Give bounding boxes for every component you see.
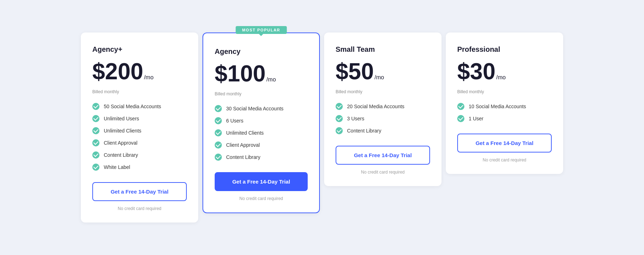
check-icon (215, 129, 222, 136)
plan-name-agency-plus: Agency+ (92, 45, 187, 54)
check-icon (336, 115, 343, 122)
plan-wrapper-agency-plus: Agency+$200/moBilled monthly50 Social Me… (79, 32, 200, 222)
plan-card-agency: Agency$100/moBilled monthly30 Social Med… (203, 32, 320, 213)
plan-card-professional: Professional$30/moBilled monthly10 Socia… (446, 32, 563, 174)
feature-text: 1 User (469, 116, 483, 121)
check-icon (215, 141, 222, 149)
price-period-agency-plus: /mo (144, 74, 153, 81)
plan-price-agency-plus: $200/mo (92, 60, 187, 83)
cta-button-small-team[interactable]: Get a Free 14-Day Trial (336, 146, 430, 165)
billed-note-small-team: Billed monthly (336, 89, 430, 94)
check-icon (215, 105, 222, 112)
list-item: Unlimited Clients (92, 127, 187, 134)
list-item: Unlimited Clients (215, 129, 308, 136)
check-icon (92, 139, 99, 146)
feature-text: Client Approval (226, 142, 260, 148)
billed-note-professional: Billed monthly (457, 89, 552, 94)
list-item: 1 User (457, 115, 552, 122)
most-popular-badge: MOST POPULAR (236, 26, 287, 34)
list-item: 50 Social Media Accounts (92, 103, 187, 110)
feature-text: Content Library (226, 154, 260, 160)
check-icon (336, 103, 343, 110)
check-icon (215, 154, 222, 161)
feature-text: 10 Social Media Accounts (469, 104, 526, 109)
price-amount-professional: $30 (457, 60, 496, 83)
list-item: 20 Social Media Accounts (336, 103, 430, 110)
no-cc-text-agency: No credit card required (215, 196, 308, 201)
check-icon (215, 117, 222, 124)
list-item: 30 Social Media Accounts (215, 105, 308, 112)
check-icon (336, 127, 343, 134)
plan-name-agency: Agency (215, 48, 308, 56)
feature-text: 3 Users (347, 116, 364, 121)
list-item: 3 Users (336, 115, 430, 122)
cta-button-professional[interactable]: Get a Free 14-Day Trial (457, 134, 552, 152)
billed-note-agency: Billed monthly (215, 91, 308, 96)
plan-price-professional: $30/mo (457, 60, 552, 83)
plan-card-agency-plus: Agency+$200/moBilled monthly50 Social Me… (81, 32, 198, 222)
check-icon (457, 115, 464, 122)
list-item: White Label (92, 164, 187, 171)
check-icon (92, 127, 99, 134)
plan-wrapper-small-team: Small Team$50/moBilled monthly20 Social … (322, 32, 444, 186)
feature-text: Content Library (347, 128, 381, 134)
features-list-professional: 10 Social Media Accounts1 User (457, 103, 552, 122)
check-icon (92, 164, 99, 171)
list-item: Content Library (92, 151, 187, 159)
feature-text: 20 Social Media Accounts (347, 104, 404, 109)
billed-note-agency-plus: Billed monthly (92, 89, 187, 94)
feature-text: Client Approval (104, 140, 137, 146)
price-period-agency: /mo (266, 76, 276, 83)
feature-text: White Label (104, 164, 130, 170)
check-icon (92, 103, 99, 110)
list-item: 6 Users (215, 117, 308, 124)
feature-text: Content Library (104, 152, 138, 158)
features-list-small-team: 20 Social Media Accounts3 UsersContent L… (336, 103, 430, 134)
plan-wrapper-professional: Professional$30/moBilled monthly10 Socia… (444, 32, 565, 174)
plan-name-small-team: Small Team (336, 45, 430, 54)
no-cc-text-agency-plus: No credit card required (92, 206, 187, 211)
price-amount-agency-plus: $200 (92, 60, 143, 83)
plan-card-small-team: Small Team$50/moBilled monthly20 Social … (324, 32, 441, 186)
pricing-grid: Agency+$200/moBilled monthly50 Social Me… (72, 32, 572, 222)
feature-text: Unlimited Users (104, 116, 139, 121)
check-icon (92, 151, 99, 159)
check-icon (92, 115, 99, 122)
price-amount-agency: $100 (215, 62, 265, 85)
feature-text: 6 Users (226, 118, 243, 124)
price-amount-small-team: $50 (336, 60, 374, 83)
list-item: Client Approval (92, 139, 187, 146)
features-list-agency: 30 Social Media Accounts6 UsersUnlimited… (215, 105, 308, 161)
no-cc-text-small-team: No credit card required (336, 170, 430, 175)
no-cc-text-professional: No credit card required (457, 158, 552, 162)
list-item: Content Library (215, 154, 308, 161)
plan-price-agency: $100/mo (215, 62, 308, 85)
list-item: Client Approval (215, 141, 308, 149)
check-icon (457, 103, 464, 110)
feature-text: Unlimited Clients (226, 130, 264, 136)
feature-text: 30 Social Media Accounts (226, 106, 283, 111)
plan-price-small-team: $50/mo (336, 60, 430, 83)
plan-wrapper-agency: MOST POPULARAgency$100/moBilled monthly3… (200, 32, 322, 213)
features-list-agency-plus: 50 Social Media AccountsUnlimited UsersU… (92, 103, 187, 171)
plan-name-professional: Professional (457, 45, 552, 54)
feature-text: 50 Social Media Accounts (104, 104, 161, 109)
list-item: 10 Social Media Accounts (457, 103, 552, 110)
list-item: Content Library (336, 127, 430, 134)
price-period-small-team: /mo (375, 74, 384, 81)
cta-button-agency-plus[interactable]: Get a Free 14-Day Trial (92, 182, 187, 201)
list-item: Unlimited Users (92, 115, 187, 122)
feature-text: Unlimited Clients (104, 128, 141, 134)
price-period-professional: /mo (496, 74, 506, 81)
cta-button-agency[interactable]: Get a Free 14-Day Trial (215, 172, 308, 191)
